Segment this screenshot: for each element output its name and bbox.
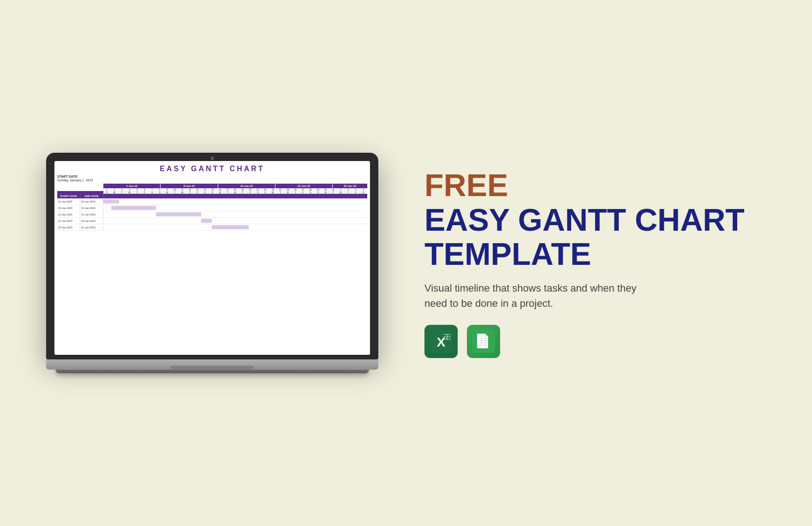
gantt-bar [111, 206, 156, 210]
template-text: TEMPLATE [424, 237, 775, 271]
laptop-screen: EASY GANTT CHART START DATE: Sunday, Jan… [54, 161, 370, 355]
month-8-jan: 8-Jan-23 [161, 184, 218, 188]
sheets-svg [472, 330, 495, 353]
month-29-jan: 29-Jan-23 [333, 184, 367, 188]
gantt-bar-area [103, 218, 367, 224]
app-icons: X [424, 325, 775, 358]
month-15-jan: 15-Jan-23 [218, 184, 275, 188]
start-value: Sunday, January 1, 2023 [57, 179, 367, 182]
col-header-end: END DATE [80, 194, 103, 198]
gantt-rows: 01-Jan-202303-Jan-202303-Jan-202312-Jan-… [57, 198, 367, 231]
spreadsheet-title-row: EASY GANTT CHART [57, 165, 367, 173]
task-end-date: 21-Jan-2023 [80, 211, 103, 217]
laptop-screen-outer: EASY GANTT CHART START DATE: Sunday, Jan… [46, 153, 378, 359]
excel-icon: X [424, 325, 458, 358]
gantt-row: 24-Jan-202331-Jan-2023 [57, 224, 367, 231]
easy-gantt-text: EASY GANTT CHART [424, 203, 775, 237]
gantt-bar-area [103, 198, 367, 204]
headline: FREE EASY GANTT CHART TEMPLATE [424, 168, 775, 271]
task-start-date: 03-Jan-2023 [57, 205, 80, 211]
gantt-bar-area [103, 211, 367, 217]
gantt-bar [212, 225, 249, 229]
gantt-row: 21-Jan-202323-Jan-2023 [57, 218, 367, 224]
gantt-row: 01-Jan-202303-Jan-2023 [57, 198, 367, 205]
sheets-icon [467, 325, 500, 358]
excel-svg: X [430, 330, 453, 353]
task-start-date: 01-Jan-2023 [57, 198, 80, 204]
spreadsheet: EASY GANTT CHART START DATE: Sunday, Jan… [54, 161, 370, 355]
task-end-date: 12-Jan-2023 [80, 205, 103, 211]
col-header-start: START DATE [57, 194, 80, 198]
description: Visual timeline that shows tasks and whe… [424, 281, 655, 311]
start-label: START DATE: [57, 175, 367, 178]
gantt-bar-area [103, 205, 367, 211]
task-start-date: 21-Jan-2023 [57, 218, 80, 224]
gantt-row: 03-Jan-202312-Jan-2023 [57, 205, 367, 211]
gantt-bar [201, 219, 212, 223]
spreadsheet-title: EASY GANTT CHART [160, 165, 264, 173]
task-start-date: 24-Jan-2023 [57, 224, 80, 230]
task-end-date: 31-Jan-2023 [80, 224, 103, 230]
gantt-bar [103, 199, 119, 203]
gantt-bar [156, 212, 201, 216]
laptop-foot [55, 370, 369, 373]
laptop-base [46, 359, 378, 370]
text-section: FREE EASY GANTT CHART TEMPLATE Visual ti… [388, 168, 775, 358]
gantt-bar-area [103, 224, 367, 230]
laptop-section: EASY GANTT CHART START DATE: Sunday, Jan… [37, 153, 388, 373]
laptop-container: EASY GANTT CHART START DATE: Sunday, Jan… [46, 153, 378, 373]
task-end-date: 03-Jan-2023 [80, 198, 103, 204]
free-text: FREE [424, 168, 775, 203]
month-1-jan: 1-Jan-23 [103, 184, 161, 188]
page-wrapper: EASY GANTT CHART START DATE: Sunday, Jan… [0, 0, 812, 526]
gantt-row: 12-Jan-202321-Jan-2023 [57, 211, 367, 218]
col-header-gantt [103, 194, 367, 198]
task-start-date: 12-Jan-2023 [57, 211, 80, 217]
task-end-date: 23-Jan-2023 [80, 218, 103, 224]
month-22-jan: 22-Jan-23 [275, 184, 333, 188]
